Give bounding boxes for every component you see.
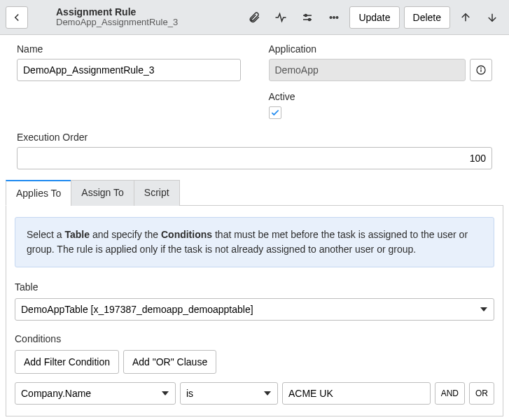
next-record-button[interactable]: [481, 6, 503, 29]
more-horizontal-icon: [328, 11, 340, 24]
record-title-block: Assignment Rule DemoApp_AssignmentRule_3: [56, 6, 243, 28]
svg-point-14: [481, 68, 482, 69]
add-or-clause-button[interactable]: Add "OR" Clause: [123, 350, 216, 374]
add-filter-condition-button[interactable]: Add Filter Condition: [15, 350, 119, 374]
check-icon: [270, 108, 280, 118]
sliders-icon: [301, 11, 314, 24]
condition-operator-select[interactable]: is: [180, 382, 278, 405]
execution-order-input[interactable]: [17, 147, 492, 169]
table-label: Table: [15, 281, 494, 293]
conditions-label: Conditions: [15, 333, 494, 344]
settings-toggle-button[interactable]: [296, 6, 319, 29]
condition-value-input[interactable]: [282, 382, 431, 405]
application-label: Application: [269, 43, 493, 55]
tab-assign-to[interactable]: Assign To: [71, 180, 134, 206]
paperclip-icon: [248, 11, 260, 24]
applies-to-notice: Select a Table and specify the Condition…: [15, 217, 494, 267]
condition-field-select[interactable]: Company.Name: [15, 382, 176, 405]
name-label: Name: [17, 43, 241, 55]
active-label: Active: [269, 91, 493, 102]
table-select[interactable]: DemoAppTable [x_197387_demoapp_demoappta…: [15, 298, 494, 321]
arrow-down-icon: [486, 11, 498, 24]
execution-order-label: Execution Order: [17, 132, 492, 143]
svg-point-8: [333, 16, 335, 18]
previous-record-button[interactable]: [454, 6, 477, 29]
application-field[interactable]: DemoApp: [269, 59, 466, 81]
name-input[interactable]: [17, 59, 241, 81]
info-icon: [475, 64, 487, 76]
condition-and-button[interactable]: AND: [435, 382, 465, 405]
svg-point-7: [330, 16, 332, 18]
record-name-label: DemoApp_AssignmentRule_3: [56, 18, 243, 28]
activity-icon: [274, 11, 287, 24]
update-button[interactable]: Update: [349, 6, 399, 29]
back-button[interactable]: [6, 6, 28, 29]
context-menu-button[interactable]: [32, 6, 52, 29]
application-info-button[interactable]: [470, 59, 492, 81]
active-checkbox[interactable]: [269, 106, 281, 119]
condition-or-button[interactable]: OR: [469, 382, 494, 405]
delete-button[interactable]: Delete: [404, 6, 450, 29]
arrow-up-icon: [459, 11, 472, 24]
record-type-label: Assignment Rule: [56, 6, 243, 18]
tab-script[interactable]: Script: [134, 180, 180, 206]
menu-icon: [32, 8, 52, 27]
more-actions-button[interactable]: [323, 6, 345, 29]
tab-applies-to[interactable]: Applies To: [6, 180, 71, 206]
activity-button[interactable]: [270, 6, 292, 29]
attachments-button[interactable]: [243, 6, 265, 29]
chevron-left-icon: [11, 11, 23, 24]
svg-point-9: [337, 16, 338, 18]
